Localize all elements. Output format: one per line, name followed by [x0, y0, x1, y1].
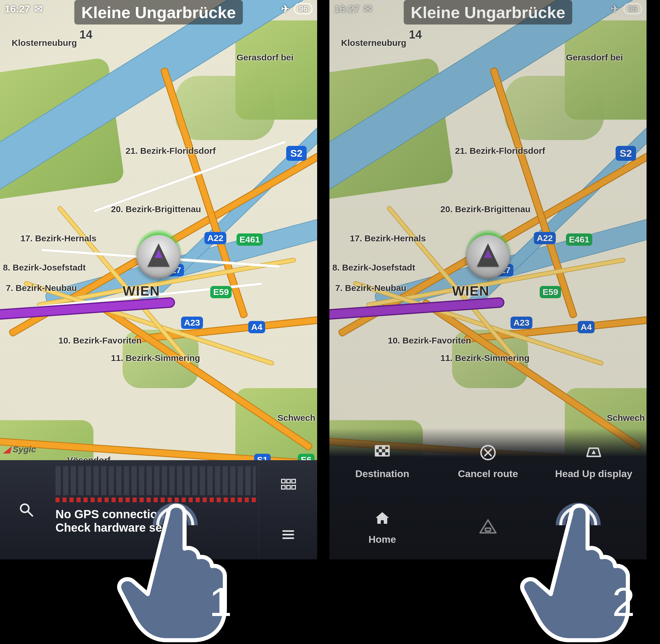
- status-time: 16:27: [334, 3, 359, 15]
- label-bez20: 20. Bezirk-Brigittenau: [440, 204, 530, 214]
- tutorial-step-number: 1: [209, 578, 232, 626]
- shield-s2: S2: [616, 146, 636, 161]
- label-bez8: 8. Bezirk-Josefstadt: [332, 262, 415, 273]
- tutorial-hand-2: 2: [517, 470, 651, 644]
- label-gerasdorf: Gerasdorf bei: [566, 52, 623, 63]
- route-14-label: 14: [80, 28, 93, 41]
- notification-icon: ✉: [34, 3, 42, 15]
- svg-rect-16: [376, 452, 379, 456]
- shield-a23: A23: [181, 317, 203, 329]
- label-schwechat: Schwech: [278, 413, 315, 423]
- label-bez7: 7. Bezirk-Neubau: [6, 283, 77, 293]
- shield-e461: E461: [566, 233, 592, 246]
- hamburger-icon: [280, 526, 296, 543]
- menu-button[interactable]: [259, 510, 317, 559]
- svg-rect-3: [286, 479, 290, 483]
- svg-rect-7: [292, 486, 295, 489]
- svg-rect-6: [286, 486, 290, 489]
- label-bez20: 20. Bezirk-Brigittenau: [111, 204, 201, 214]
- shield-e59: E59: [540, 286, 561, 298]
- tutorial-hand-1: 1: [114, 470, 248, 644]
- route-14-label: 14: [409, 28, 422, 41]
- label-bez21: 21. Bezirk-Floridsdorf: [126, 146, 216, 156]
- traffic-warning-icon: [478, 516, 498, 537]
- label-klosterneuburg: Klosterneuburg: [12, 38, 77, 48]
- status-bar: 16:27 ✉ ✈ 96: [0, 0, 317, 18]
- quickmenu-cancel-route-label: Cancel route: [458, 468, 518, 479]
- search-button[interactable]: [0, 460, 52, 559]
- label-bez11: 11. Bezirk-Simmering: [111, 353, 200, 363]
- label-gerasdorf: Gerasdorf bei: [237, 52, 293, 63]
- label-bez17: 17. Bezirk-Hernals: [350, 233, 426, 243]
- battery-level: 96: [294, 3, 312, 14]
- label-klosterneuburg: Klosterneuburg: [341, 38, 406, 48]
- flag-checkered-icon: [372, 442, 393, 463]
- grid-icon: [280, 477, 296, 493]
- label-bez11: 11. Bezirk-Simmering: [440, 353, 529, 363]
- svg-rect-17: [382, 452, 385, 456]
- current-position-marker: [137, 235, 180, 279]
- current-position-marker: [466, 235, 510, 279]
- airplane-mode-icon: ✈: [611, 3, 619, 15]
- notification-icon: ✉: [364, 3, 372, 15]
- label-bez10: 10. Bezirk-Favoriten: [388, 336, 471, 345]
- shield-a22: A22: [534, 232, 556, 244]
- label-schwechat: Schwech: [607, 413, 645, 423]
- hud-icon: [584, 442, 604, 463]
- label-city: WIEN: [123, 283, 160, 299]
- home-icon: [372, 508, 393, 528]
- shield-a23: A23: [510, 317, 532, 329]
- label-bez7: 7. Bezirk-Neubau: [335, 283, 406, 293]
- svg-rect-15: [385, 449, 389, 452]
- label-bez21: 21. Bezirk-Floridsdorf: [455, 146, 545, 156]
- shield-a4: A4: [578, 321, 595, 333]
- status-bar: 16:27 ✉ ✈ 96: [329, 0, 646, 18]
- search-icon: [18, 502, 35, 518]
- battery-level: 96: [623, 3, 642, 14]
- label-bez10: 10. Bezirk-Favoriten: [59, 336, 141, 345]
- svg-rect-14: [379, 449, 382, 452]
- quickmenu-home[interactable]: Home: [329, 494, 435, 559]
- svg-rect-4: [292, 479, 295, 483]
- label-bez8: 8. Bezirk-Josefstadt: [3, 262, 86, 273]
- label-bez17: 17. Bezirk-Hernals: [20, 233, 96, 243]
- quickmenu-home-label: Home: [369, 534, 396, 545]
- svg-point-23: [489, 530, 490, 532]
- label-city: WIEN: [452, 283, 489, 299]
- shield-e59: E59: [210, 286, 232, 298]
- svg-rect-12: [376, 446, 379, 449]
- tutorial-step-number: 2: [612, 578, 635, 626]
- svg-line-1: [28, 511, 32, 516]
- quickmenu-destination[interactable]: Destination: [329, 428, 435, 494]
- shield-a22: A22: [204, 232, 226, 244]
- shield-a4: A4: [248, 321, 265, 333]
- svg-rect-5: [282, 486, 285, 489]
- status-time: 16:27: [5, 3, 30, 15]
- cancel-circle-icon: [478, 442, 498, 463]
- svg-rect-2: [282, 479, 285, 483]
- airplane-mode-icon: ✈: [281, 3, 289, 15]
- shield-e461: E461: [237, 233, 263, 246]
- svg-point-22: [486, 530, 487, 532]
- dashboard-button[interactable]: [259, 460, 317, 510]
- svg-rect-13: [382, 446, 385, 449]
- quickmenu-destination-label: Destination: [355, 468, 409, 479]
- sygic-watermark: ◢ Sygic: [3, 444, 36, 454]
- shield-s2: S2: [286, 146, 307, 161]
